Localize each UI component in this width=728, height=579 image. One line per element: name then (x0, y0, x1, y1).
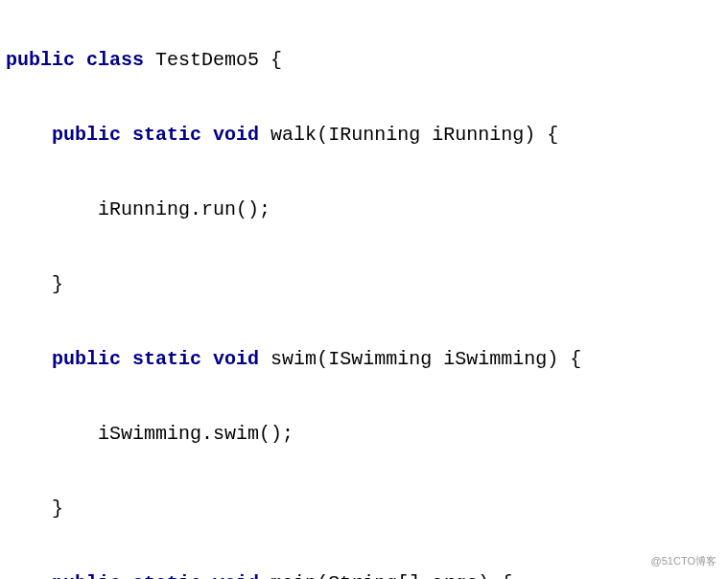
code-line: public static void walk(IRunning iRunnin… (6, 116, 728, 153)
params: (ISwimming iSwimming) { (317, 348, 581, 370)
code-line: } (6, 266, 728, 303)
indent (6, 198, 98, 220)
indent (6, 572, 52, 579)
indent (6, 348, 52, 370)
keyword-public: public (52, 348, 121, 370)
keyword-void: void (213, 124, 259, 146)
brace: } (52, 498, 63, 520)
indent (6, 273, 52, 295)
method-name: main (270, 572, 317, 579)
code-line: public static void main(String[] args) { (6, 565, 728, 579)
code-line: } (6, 490, 728, 527)
code-line: public class TestDemo5 { (6, 41, 728, 79)
watermark: @51CTO博客 (651, 551, 716, 571)
brace: { (259, 49, 282, 71)
keyword-public: public (52, 572, 121, 579)
params: (IRunning iRunning) { (317, 124, 558, 146)
keyword-void: void (213, 348, 259, 370)
indent (6, 423, 98, 445)
params: (String[] args) { (317, 572, 512, 579)
keyword-public: public (6, 49, 75, 71)
code-line: iSwimming.swim(); (6, 415, 728, 452)
code-line: iRunning.run(); (6, 191, 728, 228)
keyword-class: class (86, 49, 144, 71)
code-line: public static void swim(ISwimming iSwimm… (6, 340, 728, 378)
code-block: public class TestDemo5 { public static v… (6, 4, 728, 579)
class-name: TestDemo5 (155, 49, 259, 71)
keyword-static: static (132, 348, 201, 370)
statement: iRunning.run(); (98, 198, 270, 220)
method-name: swim (270, 348, 317, 370)
indent (6, 124, 52, 146)
keyword-void: void (213, 572, 259, 579)
brace: } (52, 273, 63, 295)
keyword-public: public (52, 124, 121, 146)
keyword-static: static (132, 572, 201, 579)
indent (6, 498, 52, 520)
keyword-static: static (132, 124, 201, 146)
statement: iSwimming.swim(); (98, 423, 294, 445)
method-name: walk (270, 124, 317, 146)
